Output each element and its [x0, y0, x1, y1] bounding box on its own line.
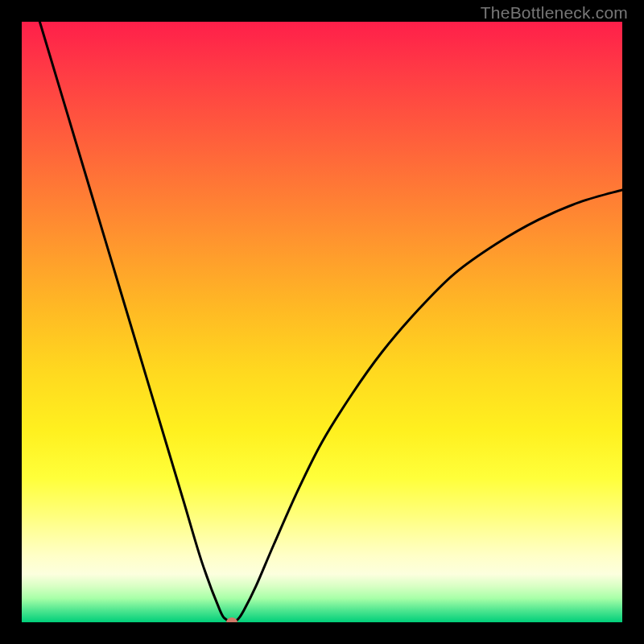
bottleneck-curve — [39, 22, 622, 622]
optimal-point-marker — [226, 617, 237, 622]
chart-frame — [22, 22, 622, 622]
watermark-text: TheBottleneck.com — [481, 3, 628, 23]
chart-svg — [22, 22, 622, 622]
